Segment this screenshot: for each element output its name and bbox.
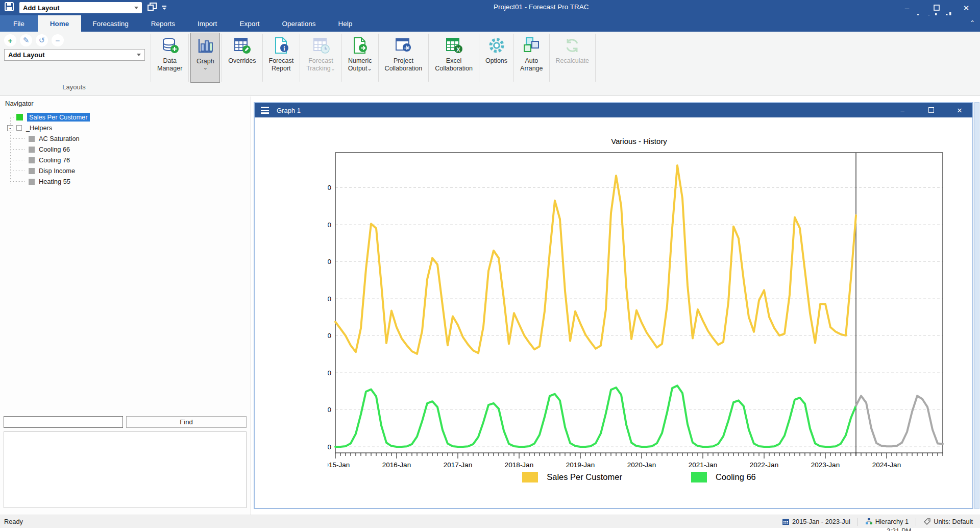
add-layout-icon[interactable]: + xyxy=(4,34,16,46)
layout-combo[interactable]: Add Layout xyxy=(4,49,145,61)
series-square-icon xyxy=(29,147,35,153)
tree-item-helpers[interactable]: - _Helpers xyxy=(0,123,251,133)
excel-collaboration-button[interactable]: X ExcelCollaboration xyxy=(430,33,477,83)
tab-file[interactable]: File xyxy=(0,15,38,32)
quick-layout-combo[interactable]: Add Layout xyxy=(19,2,142,13)
svg-text:1,200: 1,200 xyxy=(328,221,331,229)
status-ready: Ready xyxy=(4,518,23,525)
forecast-report-icon: i xyxy=(272,35,290,56)
svg-text:1,000: 1,000 xyxy=(328,258,331,266)
chevron-down-icon xyxy=(137,54,141,56)
tree-item-sales-per-customer[interactable]: Sales Per Customer xyxy=(0,112,251,123)
chevron-down-icon: ⌄ xyxy=(203,65,208,70)
taskbar-clock: 2:21 PM xyxy=(887,527,911,531)
excel-collaboration-icon: X xyxy=(445,35,463,56)
forecast-pro-app: Add Layout Project01 - Forecast Pro TRAC… xyxy=(0,0,980,531)
new-window-icon[interactable] xyxy=(147,2,157,13)
data-manager-button[interactable]: DataManager xyxy=(153,33,187,83)
chart: 02004006008001,0001,2001,4002015-Jan2016… xyxy=(328,149,950,476)
find-input[interactable] xyxy=(4,416,123,428)
svg-text:2020-Jan: 2020-Jan xyxy=(627,461,656,469)
tab-reports[interactable]: Reports xyxy=(140,15,186,32)
status-hierarchy[interactable]: Hierarchy 1 xyxy=(862,518,912,525)
legend-entry-sales-per-customer: Sales Per Customer xyxy=(522,472,622,482)
tree-item-cooling-66[interactable]: Cooling 66 xyxy=(0,144,251,155)
svg-text:X: X xyxy=(456,46,460,53)
menu-bar: File Home Forecasting Reports Import Exp… xyxy=(0,15,980,32)
tree-item-ac-saturation[interactable]: AC Saturation xyxy=(0,133,251,144)
toolbar-overflow-icon[interactable] xyxy=(162,6,166,10)
graph-maximize-button[interactable] xyxy=(927,107,935,114)
tab-import[interactable]: Import xyxy=(186,15,228,32)
ribbon: + ✎ ↺ − Add Layout Layouts DataManager xyxy=(0,32,980,96)
status-date-range[interactable]: 2015-Jan - 2023-Jul xyxy=(779,518,853,525)
tree-item-label: Sales Per Customer xyxy=(27,113,90,122)
options-button[interactable]: Options xyxy=(481,33,512,83)
tree-item-cooling-76[interactable]: Cooling 76 xyxy=(0,155,251,165)
status-units[interactable]: Units: Default xyxy=(920,518,976,525)
window-restore-button[interactable] xyxy=(932,4,941,12)
graph-close-button[interactable]: ✕ xyxy=(956,107,963,114)
tab-home[interactable]: Home xyxy=(38,15,82,32)
layouts-group: + ✎ ↺ − Add Layout Layouts xyxy=(0,32,148,96)
graph-icon xyxy=(196,36,214,56)
window-minimize-button[interactable]: – xyxy=(902,4,912,12)
chevron-down-icon xyxy=(134,7,138,9)
tree-item-label: _Helpers xyxy=(26,124,52,132)
chart-title: Various - History xyxy=(328,137,950,146)
overrides-icon xyxy=(233,35,251,56)
mdi-vertical-scrollbar[interactable] xyxy=(974,102,979,509)
edit-layout-icon[interactable]: ✎ xyxy=(20,34,32,46)
graph-window-titlebar[interactable]: Graph 1 – ✕ xyxy=(255,103,972,117)
options-gear-icon xyxy=(487,35,506,56)
navigator-tree: Sales Per Customer - _Helpers AC Saturat… xyxy=(0,112,251,187)
group-square-icon xyxy=(16,125,22,131)
auto-arrange-button[interactable]: AutoArrange xyxy=(516,33,547,83)
window-close-button[interactable]: ✕ xyxy=(962,4,971,12)
recalculate-button: Recalculate xyxy=(551,33,594,83)
graph-minimize-button[interactable]: – xyxy=(899,107,906,114)
tab-export[interactable]: Export xyxy=(228,15,271,32)
ribbon-collapse-icon[interactable]: ⌃ xyxy=(970,19,975,27)
svg-text:0: 0 xyxy=(328,443,331,451)
tree-item-label: Disp Income xyxy=(39,167,75,175)
find-button[interactable]: Find xyxy=(126,416,247,428)
numeric-output-button[interactable]: NumericOutput⌄ xyxy=(344,33,377,83)
numeric-output-icon xyxy=(351,35,369,56)
tab-operations[interactable]: Operations xyxy=(271,15,327,32)
app-icon xyxy=(4,2,14,14)
series-square-icon xyxy=(29,168,35,174)
navigator-title: Navigator xyxy=(5,100,34,107)
svg-text:2024-Jan: 2024-Jan xyxy=(872,461,901,469)
window-title: Project01 - Forecast Pro TRAC xyxy=(494,3,589,11)
tree-item-label: Cooling 76 xyxy=(39,156,70,164)
graph-button[interactable]: Graph ⌄ xyxy=(190,33,220,83)
svg-text:2018-Jan: 2018-Jan xyxy=(505,461,533,469)
svg-text:2021-Jan: 2021-Jan xyxy=(689,461,717,469)
chevron-down-icon: ⌄ xyxy=(367,65,372,71)
tab-help[interactable]: Help xyxy=(327,15,363,32)
svg-text:2022-Jan: 2022-Jan xyxy=(750,461,778,469)
tree-item-disp-income[interactable]: Disp Income xyxy=(0,165,251,176)
quick-layout-combo-value: Add Layout xyxy=(23,4,60,12)
tree-item-label: Heating 55 xyxy=(39,178,70,185)
auto-arrange-icon xyxy=(522,35,541,56)
series-square-icon xyxy=(29,179,35,185)
forecast-report-button[interactable]: i ForecastReport xyxy=(264,33,299,83)
svg-text:200: 200 xyxy=(328,406,331,414)
undo-layout-icon[interactable]: ↺ xyxy=(36,34,48,46)
forecast-tracking-button: ForecastTracking⌄ xyxy=(302,33,340,83)
svg-text:400: 400 xyxy=(328,369,331,377)
legend-swatch-green xyxy=(691,472,707,482)
svg-text:2017-Jan: 2017-Jan xyxy=(444,461,472,469)
overrides-button[interactable]: Overrides xyxy=(224,33,260,83)
svg-text:800: 800 xyxy=(328,295,331,303)
tree-collapse-icon[interactable]: - xyxy=(7,125,13,131)
status-bar: Ready 2015-Jan - 2023-Jul Hierarchy 1 Un… xyxy=(0,515,980,528)
project-collaboration-button[interactable]: ProjectCollaboration xyxy=(380,33,427,83)
graph-menu-icon[interactable] xyxy=(261,107,269,114)
tab-forecasting[interactable]: Forecasting xyxy=(81,15,140,32)
tree-item-heating-55[interactable]: Heating 55 xyxy=(0,176,251,187)
cooling-66-forecast-line xyxy=(856,396,943,446)
remove-layout-icon[interactable]: − xyxy=(52,34,64,46)
